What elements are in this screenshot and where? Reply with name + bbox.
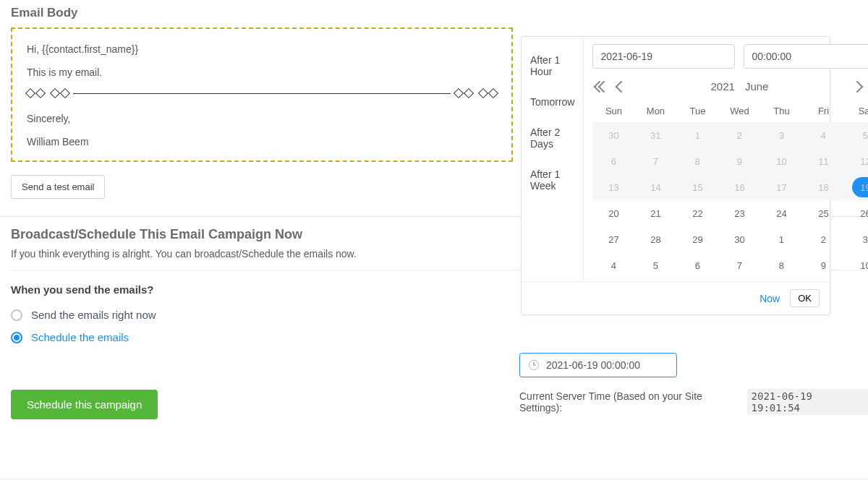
calendar-day[interactable]: 11 [802, 148, 844, 174]
calendar-day[interactable]: 15 [676, 174, 718, 200]
calendar-day[interactable]: 30 [718, 226, 760, 252]
weekday-tue: Tue [676, 100, 718, 122]
page-bottom-divider [0, 479, 868, 479]
calendar-day[interactable]: 9 [718, 148, 760, 174]
calendar-day[interactable]: 12 [844, 148, 868, 174]
calendar-day[interactable]: 13 [592, 174, 634, 200]
weekday-sat: Sat [844, 100, 868, 122]
weekday-mon: Mon [634, 100, 676, 122]
picker-time-input[interactable] [744, 44, 868, 69]
calendar-day[interactable]: 24 [760, 200, 802, 226]
prev-year-button[interactable] [595, 82, 608, 91]
picker-month-label: 2021June [711, 80, 769, 93]
schedule-campaign-button[interactable]: Schedule this campaign [11, 390, 158, 419]
radio-send-now-label: Send the emails right now [31, 309, 156, 321]
calendar-day[interactable]: 21 [634, 200, 676, 226]
calendar-day[interactable]: 18 [802, 174, 844, 200]
calendar-grid: SunMonTueWedThuFriSat 303112345678910111… [592, 100, 868, 278]
shortcut-after-1-week[interactable]: After 1 Week [522, 164, 583, 206]
calendar-day[interactable]: 4 [592, 252, 634, 278]
calendar-day[interactable]: 10 [760, 148, 802, 174]
calendar-day[interactable]: 27 [592, 226, 634, 252]
calendar-day[interactable]: 28 [634, 226, 676, 252]
calendar-day[interactable]: 30 [592, 122, 634, 148]
calendar-day[interactable]: 4 [802, 122, 844, 148]
radio-icon [11, 309, 22, 321]
email-body-preview: Hi, {{contact.first_name}} This is my em… [11, 27, 513, 162]
calendar-day[interactable]: 6 [592, 148, 634, 174]
email-line-1: This is my email. [27, 67, 497, 78]
weekday-wed: Wed [718, 100, 760, 122]
prev-month-button[interactable] [616, 80, 628, 93]
shortcut-tomorrow[interactable]: Tomorrow [522, 92, 583, 122]
picker-date-input[interactable] [592, 44, 735, 69]
calendar-day[interactable]: 19 [844, 174, 868, 200]
calendar-day[interactable]: 29 [676, 226, 718, 252]
datetime-picker: After 1 Hour Tomorrow After 2 Days After… [521, 36, 830, 315]
calendar-day[interactable]: 9 [802, 252, 844, 278]
calendar-day[interactable]: 25 [802, 200, 844, 226]
radio-schedule[interactable]: Schedule the emails [11, 331, 868, 343]
calendar-day[interactable]: 6 [676, 252, 718, 278]
email-body-label: Email Body [11, 6, 868, 20]
calendar-day[interactable]: 2 [802, 226, 844, 252]
server-time-value: 2021-06-19 19:01:54 [747, 389, 868, 415]
picker-ok-button[interactable]: OK [790, 289, 820, 307]
email-divider-ornament [27, 90, 497, 97]
scheduled-datetime-input[interactable]: 2021-06-19 00:00:00 [519, 353, 677, 377]
calendar-day[interactable]: 2 [718, 122, 760, 148]
calendar-day[interactable]: 3 [844, 226, 868, 252]
calendar-day[interactable]: 3 [760, 122, 802, 148]
calendar-day[interactable]: 23 [718, 200, 760, 226]
next-month-button[interactable] [851, 80, 864, 93]
calendar-day[interactable]: 1 [676, 122, 718, 148]
weekday-thu: Thu [760, 100, 802, 122]
calendar-day[interactable]: 10 [844, 252, 868, 278]
email-sender-name: William Beem [27, 136, 497, 147]
server-time-row: Current Server Time (Based on your Site … [519, 389, 868, 415]
scheduled-datetime-value: 2021-06-19 00:00:00 [546, 359, 640, 371]
radio-schedule-label: Schedule the emails [31, 331, 129, 343]
calendar-day[interactable]: 8 [676, 148, 718, 174]
calendar-day[interactable]: 5 [844, 122, 868, 148]
calendar-day[interactable]: 14 [634, 174, 676, 200]
calendar-day[interactable]: 5 [634, 252, 676, 278]
picker-now-button[interactable]: Now [760, 293, 780, 304]
email-signoff: Sincerely, [27, 113, 497, 124]
clock-icon [529, 360, 539, 370]
calendar-day[interactable]: 26 [844, 200, 868, 226]
calendar-day[interactable]: 8 [760, 252, 802, 278]
calendar-day[interactable]: 31 [634, 122, 676, 148]
calendar-day[interactable]: 7 [634, 148, 676, 174]
calendar-day[interactable]: 7 [718, 252, 760, 278]
calendar-day[interactable]: 22 [676, 200, 718, 226]
shortcut-after-2-days[interactable]: After 2 Days [522, 122, 583, 164]
send-test-email-button[interactable]: Send a test email [11, 175, 105, 199]
calendar-day[interactable]: 17 [760, 174, 802, 200]
weekday-fri: Fri [802, 100, 844, 122]
picker-shortcuts: After 1 Hour Tomorrow After 2 Days After… [522, 37, 584, 281]
calendar-day[interactable]: 1 [760, 226, 802, 252]
email-greeting: Hi, {{contact.first_name}} [27, 43, 497, 55]
weekday-sun: Sun [592, 100, 634, 122]
server-time-label: Current Server Time (Based on your Site … [519, 390, 741, 414]
radio-icon [11, 332, 22, 343]
calendar-day[interactable]: 20 [592, 200, 634, 226]
calendar-day[interactable]: 16 [718, 174, 760, 200]
shortcut-after-1-hour[interactable]: After 1 Hour [522, 50, 583, 92]
